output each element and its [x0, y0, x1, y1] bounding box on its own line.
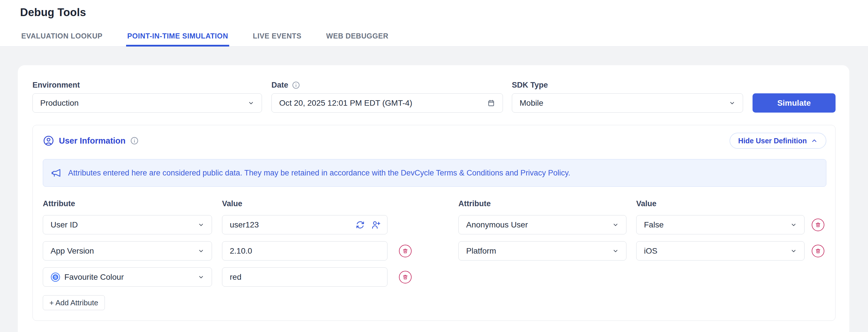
chevron-down-icon — [198, 274, 204, 280]
date-label-text: Date — [272, 81, 288, 90]
sdk-type-selected-value: Mobile — [520, 98, 543, 108]
trash-icon[interactable] — [812, 245, 824, 257]
page-title: Debug Tools — [20, 6, 86, 19]
date-input[interactable]: Oct 20, 2025 12:01 PM EDT (GMT-4) — [272, 93, 503, 113]
value-input-wrap — [222, 267, 388, 286]
sdk-type-label-text: SDK Type — [512, 81, 548, 90]
person-add-icon[interactable] — [371, 220, 380, 230]
value-selected: iOS — [644, 246, 657, 255]
platform-value-select[interactable]: iOS — [636, 241, 805, 261]
user-information-title-group: User Information — [43, 135, 139, 147]
row-actions — [399, 271, 412, 283]
attribute-selected-value: App Version — [51, 246, 94, 255]
info-icon[interactable] — [292, 81, 300, 89]
chevron-down-icon — [198, 248, 204, 254]
debug-tools-page: Debug Tools EVALUATION LOOKUP POINT-IN-T… — [0, 0, 868, 332]
environment-field: Environment Production — [32, 81, 262, 113]
svg-text:S: S — [54, 275, 57, 279]
column-header-attribute: Attribute — [458, 199, 636, 208]
tab-web-debugger[interactable]: WEB DEBUGGER — [325, 32, 390, 47]
user-information-title: User Information — [59, 136, 126, 146]
s-badge-icon: S — [51, 272, 60, 282]
value-input-wrap — [222, 241, 388, 261]
simulation-controls: Environment Production Date — [32, 81, 836, 113]
attribute-selected-value: User ID — [51, 220, 78, 230]
attribute-selected-value: Platform — [466, 246, 496, 255]
trash-icon[interactable] — [812, 218, 824, 231]
chevron-down-icon — [729, 100, 735, 106]
public-data-notice-text: Attributes entered here are considered p… — [68, 169, 570, 178]
row-actions — [399, 245, 412, 257]
value-selected: False — [644, 220, 663, 230]
hide-user-definition-label: Hide User Definition — [738, 137, 807, 145]
user-information-section: User Information Hide User Definition — [32, 125, 836, 321]
column-header-value: Value — [636, 199, 824, 208]
value-input-wrap — [222, 215, 388, 234]
info-icon[interactable] — [130, 137, 139, 145]
public-data-notice: Attributes entered here are considered p… — [43, 159, 826, 187]
environment-selected-value: Production — [40, 98, 79, 108]
chevron-down-icon — [790, 248, 797, 254]
page-header: Debug Tools EVALUATION LOOKUP POINT-IN-T… — [0, 0, 868, 47]
attribute-select-user-id[interactable]: User ID — [43, 215, 212, 234]
tab-live-events[interactable]: LIVE EVENTS — [252, 32, 303, 47]
tab-evaluation-lookup[interactable]: EVALUATION LOOKUP — [20, 32, 104, 47]
attribute-row: App Version Platform — [43, 241, 826, 261]
main-content: Environment Production Date — [0, 65, 868, 332]
attribute-select-platform[interactable]: Platform — [458, 241, 626, 261]
tab-bar: EVALUATION LOOKUP POINT-IN-TIME SIMULATI… — [20, 32, 390, 47]
date-field: Date Oct 20, 2025 12:01 PM EDT (GMT-4) — [272, 81, 503, 113]
user-information-header: User Information Hide User Definition — [43, 133, 826, 149]
trash-icon[interactable] — [399, 271, 412, 283]
sdk-type-label: SDK Type — [512, 81, 743, 90]
user-circle-icon — [43, 135, 54, 147]
chevron-down-icon — [248, 100, 254, 106]
attribute-row: S Favourite Colour — [43, 267, 826, 286]
attribute-select-anonymous-user[interactable]: Anonymous User — [458, 215, 626, 234]
chevron-down-icon — [790, 222, 797, 228]
chevron-down-icon — [612, 248, 619, 254]
hide-user-definition-button[interactable]: Hide User Definition — [730, 133, 826, 149]
chevron-down-icon — [612, 222, 619, 228]
trash-icon[interactable] — [399, 245, 412, 257]
add-attribute-button[interactable]: + Add Attribute — [43, 295, 105, 310]
tab-point-in-time-simulation[interactable]: POINT-IN-TIME SIMULATION — [126, 32, 229, 47]
environment-label-text: Environment — [32, 81, 80, 90]
date-label: Date — [272, 81, 503, 90]
environment-label: Environment — [32, 81, 262, 90]
favourite-colour-value-input[interactable] — [222, 267, 388, 286]
date-value: Oct 20, 2025 12:01 PM EDT (GMT-4) — [279, 98, 412, 108]
column-header-value: Value — [222, 199, 458, 208]
attribute-selected-value: Anonymous User — [466, 220, 528, 230]
app-version-value-input[interactable] — [222, 241, 388, 261]
sdk-type-select[interactable]: Mobile — [512, 93, 743, 113]
user-id-input-actions — [355, 215, 380, 234]
chevron-up-icon — [811, 137, 818, 144]
chevron-down-icon — [198, 222, 204, 228]
attribute-grid-header: Attribute Value Attribute Value — [43, 199, 826, 208]
environment-select[interactable]: Production — [32, 93, 262, 113]
attribute-row: User ID — [43, 215, 826, 234]
refresh-icon[interactable] — [355, 220, 365, 230]
column-header-attribute: Attribute — [43, 199, 222, 208]
calendar-icon[interactable] — [487, 99, 495, 107]
attribute-select-favourite-colour[interactable]: S Favourite Colour — [43, 267, 212, 286]
megaphone-icon — [51, 168, 62, 178]
attribute-selected-value: Favourite Colour — [64, 273, 124, 282]
simulate-button[interactable]: Simulate — [752, 93, 836, 113]
anonymous-user-value-select[interactable]: False — [636, 215, 805, 234]
attribute-select-app-version[interactable]: App Version — [43, 241, 212, 261]
simulation-card: Environment Production Date — [18, 65, 849, 332]
sdk-type-field: SDK Type Mobile — [512, 81, 743, 113]
